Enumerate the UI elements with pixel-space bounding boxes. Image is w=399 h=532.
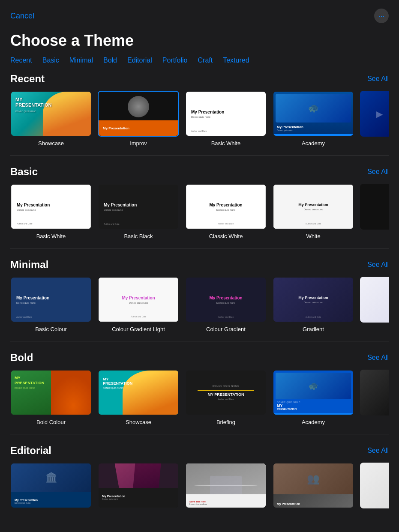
filter-tab-recent[interactable]: Recent [10,57,32,64]
themes-row-recent: MYPRESENTATIONDONEC QUIS NUNC Showcase M… [10,91,389,146]
theme-thumb-classic-white: My Presentation Donec quis nunc Author a… [185,184,267,230]
filter-tab-craft[interactable]: Craft [198,57,213,64]
theme-item-improv[interactable]: My Presentation Improv [98,91,179,146]
theme-item-bold-colour[interactable]: MYPRESENTATIONDONEC QUIS NUNC Bold Colou… [10,370,92,425]
theme-item-bold-academy[interactable]: 🐢 DONEC QUIS NUNC MY PRESENTATION Academ… [273,370,354,425]
theme-item-partial-editorial [360,463,389,512]
theme-thumb-briefing: DONEC QUIS NUNC MY PRESENTATION Author a… [185,370,267,415]
theme-thumb-partial-basic [360,184,389,230]
theme-thumb-partial-editorial [360,463,389,508]
theme-item-white[interactable]: My Presentation Donec quis nunc Author a… [273,184,354,239]
see-all-bold[interactable]: See All [367,354,389,362]
theme-thumb-colour-gradient: My Presentation Donec quis nunc Author a… [185,277,267,323]
theme-label-bold-colour: Bold Colour [36,419,66,425]
theme-label-gradient: Gradient [303,326,324,332]
section-recent: Recent See All MYPRESENTATIONDONEC QUIS … [0,73,399,155]
divider-bold-editorial [10,434,389,434]
section-header-minimal: Minimal See All [10,259,389,271]
theme-item-editorial-photo[interactable]: 👥 My Presentation [273,463,354,512]
theme-item-gradient[interactable]: My Presentation Donec quis nunc Author a… [273,277,354,332]
see-all-recent[interactable]: See All [367,75,389,83]
section-minimal: Minimal See All My Presentation Donec qu… [0,259,399,341]
filter-tab-bold[interactable]: Bold [103,57,117,64]
theme-item-bold-showcase[interactable]: MYPRESENTATIONDONEC QUIS NUNC Showcase [98,370,179,425]
theme-item-basic-black[interactable]: My Presentation Donec quis nunc Author a… [98,184,179,239]
see-all-editorial[interactable]: See All [367,447,389,454]
theme-label-improv: Improv [130,140,147,146]
theme-item-basic-white[interactable]: My Presentation Donec quis nunc Author a… [10,184,92,239]
theme-thumb-showcase: MYPRESENTATIONDONEC QUIS NUNC [10,91,92,137]
filter-tab-basic[interactable]: Basic [42,57,59,64]
theme-label-basic-white: Basic White [36,233,66,239]
theme-thumb-colour-gradient-light: My Presentation Donec quis nunc Author a… [98,277,179,323]
theme-thumb-partial-minimal [360,277,389,323]
theme-thumb-improv: My Presentation [98,91,179,137]
cancel-button[interactable]: Cancel [10,12,34,21]
see-all-basic[interactable]: See All [367,168,389,176]
theme-thumb-editorial-dark: My Presentation Donec quis nunc [98,463,179,508]
filter-tab-editorial[interactable]: Editorial [127,57,152,64]
theme-label-briefing: Briefing [216,419,235,425]
theme-label-classic-white: Classic White [209,233,243,239]
theme-label-basic-black: Basic Black [124,233,153,239]
more-button[interactable]: ··· [374,9,389,23]
see-all-minimal[interactable]: See All [367,261,389,269]
filter-tab-textured[interactable]: Textured [223,57,249,64]
theme-thumb-bold-academy: 🐢 DONEC QUIS NUNC MY PRESENTATION [273,370,354,415]
filter-tab-portfolio[interactable]: Portfolio [162,57,188,64]
theme-item-colour-gradient-light[interactable]: My Presentation Donec quis nunc Author a… [98,277,179,332]
filter-tab-minimal[interactable]: Minimal [69,57,93,64]
more-icon: ··· [378,12,384,21]
themes-row-basic: My Presentation Donec quis nunc Author a… [10,184,389,239]
theme-item-basic-white-recent[interactable]: My Presentation Donec quis nunc Author a… [185,91,267,146]
theme-item-editorial-dark[interactable]: My Presentation Donec quis nunc [98,463,179,512]
theme-item-briefing[interactable]: DONEC QUIS NUNC MY PRESENTATION Author a… [185,370,267,425]
theme-label-white: White [306,233,320,239]
section-title-bold: Bold [10,352,33,364]
theme-item-editorial-light[interactable]: Some Title Here Lorem ipsum dolor [185,463,267,512]
theme-thumb-partial-bold [360,370,389,415]
section-title-editorial: Editorial [10,445,51,457]
theme-item-classic-white[interactable]: My Presentation Donec quis nunc Author a… [185,184,267,239]
theme-thumb-academy-recent: 🐢 My Presentation Donec quis nunc [273,91,354,137]
divider-recent-basic [10,155,389,155]
divider-basic-minimal [10,248,389,248]
theme-item-partial-bold [360,370,389,425]
theme-label-showcase-recent: Showcase [38,140,64,146]
section-header-basic: Basic See All [10,166,389,178]
theme-item-partial-recent: ▶ [360,91,389,146]
theme-item-showcase-recent[interactable]: MYPRESENTATIONDONEC QUIS NUNC Showcase [10,91,92,146]
header: Cancel ··· [0,0,399,27]
theme-item-editorial-blue[interactable]: 🏛️ My Presentation Donec quis nunc [10,463,92,512]
theme-thumb-editorial-blue: 🏛️ My Presentation Donec quis nunc [10,463,92,508]
section-title-recent: Recent [10,73,45,85]
theme-thumb-basic-white-recent: My Presentation Donec quis nunc Author a… [185,91,267,137]
filter-tabs: Recent Basic Minimal Bold Editorial Port… [0,57,399,73]
theme-thumb-white: My Presentation Donec quis nunc Author a… [273,184,354,230]
theme-thumb-bold-colour: MYPRESENTATIONDONEC QUIS NUNC [10,370,92,415]
theme-item-partial-basic [360,184,389,239]
theme-label-basic-colour: Basic Colour [35,326,67,332]
theme-label-basic-white-recent: Basic White [211,140,241,146]
section-editorial: Editorial See All 🏛️ My Presentation Don… [0,445,399,520]
section-header-recent: Recent See All [10,73,389,85]
theme-label-academy-recent: Academy [302,140,325,146]
section-title-minimal: Minimal [10,259,48,271]
theme-thumb-basic-colour: My Presentation Donec quis nunc Author a… [10,277,92,323]
theme-thumb-editorial-photo: 👥 My Presentation [273,463,354,508]
theme-label-colour-gradient: Colour Gradient [206,326,246,332]
section-title-basic: Basic [10,166,38,178]
theme-label-colour-gradient-light: Colour Gradient Light [112,326,165,332]
themes-row-editorial: 🏛️ My Presentation Donec quis nunc [10,463,389,512]
themes-row-bold: MYPRESENTATIONDONEC QUIS NUNC Bold Colou… [10,370,389,425]
theme-label-bold-academy: Academy [302,419,325,425]
themes-row-minimal: My Presentation Donec quis nunc Author a… [10,277,389,332]
theme-thumb-gradient: My Presentation Donec quis nunc Author a… [273,277,354,323]
section-header-bold: Bold See All [10,352,389,364]
section-basic: Basic See All My Presentation Donec quis… [0,166,399,248]
theme-item-basic-colour[interactable]: My Presentation Donec quis nunc Author a… [10,277,92,332]
theme-item-colour-gradient[interactable]: My Presentation Donec quis nunc Author a… [185,277,267,332]
theme-label-bold-showcase: Showcase [126,419,151,425]
theme-item-academy-recent[interactable]: 🐢 My Presentation Donec quis nunc Academ… [273,91,354,146]
section-bold: Bold See All MYPRESENTATIONDONEC QUIS NU… [0,352,399,434]
